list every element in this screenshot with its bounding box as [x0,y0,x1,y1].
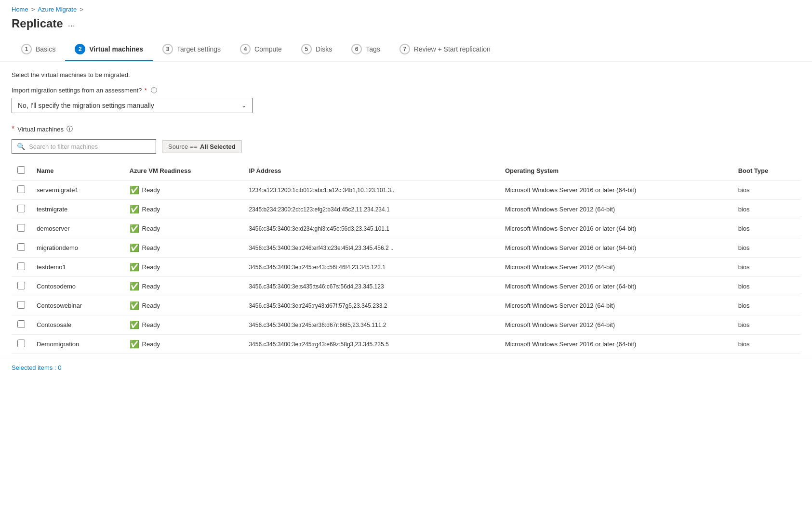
vm-section: * Virtual machines ⓘ 🔍 Source == All Sel… [12,125,800,354]
row-checkbox-cell[interactable] [12,258,31,275]
row-name: testdemo1 [31,258,124,277]
search-icon: 🔍 [17,143,25,150]
vm-table-container: Name Azure VM Readiness IP Address Opera… [12,161,800,354]
row-name: Contosowebinar [31,296,124,315]
row-checkbox-2[interactable] [17,224,25,232]
row-boot: bios [732,335,800,354]
breadcrumb-home[interactable]: Home [12,6,28,13]
page-title-area: Replicate ... [0,15,812,38]
row-checkbox-cell[interactable] [12,238,31,256]
ready-text: Ready [142,340,160,348]
row-name: migrationdemo [31,238,124,258]
row-os: Microsoft Windows Server 2012 (64-bit) [499,315,732,335]
table-body: servermigrate1 ✅ Ready 1234:a123:1200:1c… [12,181,800,354]
ready-icon: ✅ [130,262,139,272]
vm-label-text: Virtual machines [17,126,64,133]
row-boot: bios [732,258,800,277]
section-description: Select the virtual machines to be migrat… [12,71,800,78]
table-row: testmigrate ✅ Ready 2345:b234:2300:2d:c1… [12,200,800,219]
tab-basics-label: Basics [36,45,55,53]
row-readiness: ✅ Ready [124,219,243,238]
row-boot: bios [732,181,800,200]
search-input[interactable] [29,143,151,150]
row-boot: bios [732,296,800,315]
row-readiness: ✅ Ready [124,277,243,296]
ready-icon: ✅ [130,243,139,252]
col-os: Operating System [499,161,732,181]
ready-text: Ready [142,206,160,213]
bottom-bar: Selected items : 0 [0,358,812,377]
col-boot: Boot Type [732,161,800,181]
table-row: testdemo1 ✅ Ready 3456.c345:3400:3e:r245… [12,258,800,277]
row-checkbox-cell[interactable] [12,200,31,217]
col-ip: IP Address [243,161,499,181]
table-row: Contosodemo ✅ Ready 3456.c345:3400:3e:s4… [12,277,800,296]
row-ip: 2345:b234:2300:2d:c123:efg2:b34d:45c2,11… [243,200,499,219]
select-all-header[interactable] [12,161,31,181]
row-ip: 3456:c345:3400:3e:r246:erf43:c23e:45t4,2… [243,238,499,258]
dropdown-value: No, I'll specify the migration settings … [18,102,154,109]
ready-text: Ready [142,186,160,194]
filter-row: 🔍 Source == All Selected [12,139,800,154]
row-checkbox-3[interactable] [17,243,25,251]
row-checkbox-4[interactable] [17,262,25,270]
filter-value-text: All Selected [200,143,236,150]
row-checkbox-cell[interactable] [12,296,31,314]
info-icon[interactable]: ⓘ [151,87,157,94]
tab-tags-circle: 6 [351,44,362,54]
wizard-tabs: 1 Basics 2 Virtual machines 3 Target set… [0,38,812,62]
row-os: Microsoft Windows Server 2012 (64-bit) [499,258,732,277]
row-readiness: ✅ Ready [124,335,243,354]
tab-basics[interactable]: 1 Basics [12,38,65,61]
row-os: Microsoft Windows Server 2012 (64-bit) [499,296,732,315]
tab-target-label: Target settings [177,45,221,53]
row-name: Demomigration [31,335,124,354]
row-checkbox-cell[interactable] [12,335,31,352]
ready-icon: ✅ [130,205,139,214]
tab-review-circle: 7 [399,44,410,54]
row-readiness: ✅ Ready [124,315,243,335]
row-checkbox-6[interactable] [17,301,25,309]
tab-tags[interactable]: 6 Tags [342,38,390,61]
select-all-checkbox[interactable] [17,166,25,174]
vm-info-icon[interactable]: ⓘ [67,125,73,133]
breadcrumb: Home > Azure Migrate > [0,0,812,15]
table-row: Contosowebinar ✅ Ready 3456.c345:3400:3e… [12,296,800,315]
tab-target-settings[interactable]: 3 Target settings [153,38,230,61]
ready-text: Ready [142,225,160,232]
breadcrumb-sep1: > [31,6,35,13]
import-dropdown[interactable]: No, I'll specify the migration settings … [12,98,253,113]
row-checkbox-1[interactable] [17,205,25,212]
ready-icon: ✅ [130,224,139,233]
search-box[interactable]: 🔍 [12,139,156,154]
vm-table: Name Azure VM Readiness IP Address Opera… [12,161,800,354]
tab-disks-circle: 5 [301,44,312,54]
table-row: migrationdemo ✅ Ready 3456:c345:3400:3e:… [12,238,800,258]
row-ip: 3456.c345:3400:3e:r245:ry43:d67f:57g5,23… [243,296,499,315]
ready-text: Ready [142,244,160,251]
tab-compute[interactable]: 4 Compute [230,38,292,61]
row-ip: 3456.c345:3400:3e:r245:er36:d67r:66t5,23… [243,315,499,335]
row-checkbox-5[interactable] [17,282,25,289]
row-checkbox-cell[interactable] [12,181,31,198]
vm-label-row: * Virtual machines ⓘ [12,125,800,133]
row-os: Microsoft Windows Server 2016 or later (… [499,219,732,238]
tab-disks[interactable]: 5 Disks [292,38,342,61]
tab-virtual-machines[interactable]: 2 Virtual machines [65,38,153,61]
tab-compute-label: Compute [254,45,282,53]
row-checkbox-0[interactable] [17,185,25,193]
row-checkbox-cell[interactable] [12,315,31,333]
table-row: Contososale ✅ Ready 3456.c345:3400:3e:r2… [12,315,800,335]
row-checkbox-8[interactable] [17,340,25,347]
row-checkbox-cell[interactable] [12,277,31,294]
ready-text: Ready [142,283,160,290]
more-options-button[interactable]: ... [68,19,75,29]
breadcrumb-azure-migrate[interactable]: Azure Migrate [38,6,77,13]
row-checkbox-cell[interactable] [12,219,31,236]
selected-items-label[interactable]: Selected items : 0 [12,364,61,371]
source-filter-badge[interactable]: Source == All Selected [162,140,242,153]
tab-review[interactable]: 7 Review + Start replication [390,38,500,61]
row-os: Microsoft Windows Server 2016 or later (… [499,238,732,258]
ready-icon: ✅ [130,185,139,195]
row-checkbox-7[interactable] [17,320,25,328]
